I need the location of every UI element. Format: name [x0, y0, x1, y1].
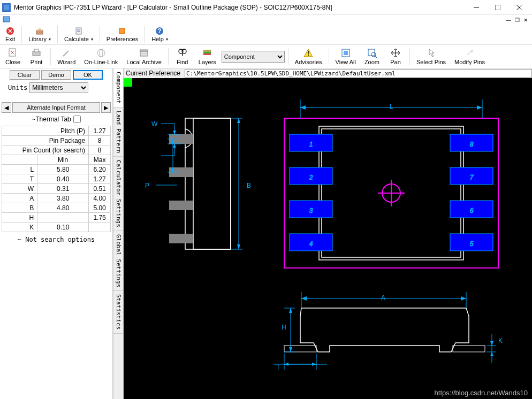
- tab-global-settings[interactable]: Global Settings: [113, 231, 123, 291]
- svg-rect-6: [3, 17, 10, 22]
- pitch-value[interactable]: 1.27: [89, 126, 111, 136]
- pan-icon: [390, 48, 401, 58]
- alt-prev-button[interactable]: ◀: [2, 102, 11, 113]
- current-preference-label: Current Preference: [124, 70, 183, 77]
- table-row: Pitch (P)1.27: [2, 126, 111, 136]
- viewall-button[interactable]: View All: [332, 47, 359, 66]
- mdi-close-icon[interactable]: ✕: [522, 17, 529, 23]
- layers-icon: [202, 48, 212, 58]
- svg-text:1: 1: [309, 141, 313, 148]
- tab-statistics[interactable]: Statistics: [113, 291, 123, 333]
- pinpkg-value[interactable]: 8: [89, 136, 111, 145]
- wizard-button[interactable]: Wizard: [54, 47, 79, 66]
- library-menu[interactable]: Library: [25, 26, 54, 43]
- tab-component[interactable]: Component: [113, 68, 123, 108]
- svg-text:K: K: [498, 337, 503, 344]
- B-min[interactable]: 4.80: [37, 203, 89, 213]
- exit-menu[interactable]: Exit: [2, 26, 18, 43]
- book-icon[interactable]: [2, 16, 11, 24]
- table-row: B4.805.00: [2, 203, 111, 213]
- modifypins-button[interactable]: Modify Pins: [451, 47, 488, 66]
- calculate-icon: [74, 27, 83, 35]
- component-select[interactable]: Component: [222, 51, 285, 63]
- zoom-button[interactable]: Zoom: [361, 47, 383, 66]
- L-min[interactable]: 5.80: [37, 165, 89, 174]
- L-max[interactable]: 6.20: [89, 165, 111, 174]
- svg-rect-3: [495, 5, 500, 10]
- close-button[interactable]: [508, 0, 530, 15]
- drawing-canvas[interactable]: W P B: [124, 78, 532, 399]
- mdi-restore-icon[interactable]: ❐: [514, 17, 520, 23]
- wizard-icon: [61, 48, 72, 58]
- W-max[interactable]: 0.51: [89, 184, 111, 194]
- demo-button[interactable]: Demo: [41, 70, 71, 80]
- archive-icon: [139, 48, 149, 58]
- print-icon: [31, 48, 42, 58]
- B-max[interactable]: 5.00: [89, 203, 111, 213]
- window-title: Mentor Graphics IPC-7351 LP Wizard - [LP…: [14, 4, 466, 11]
- ok-button[interactable]: OK: [73, 70, 103, 80]
- find-button[interactable]: Find: [172, 47, 193, 66]
- svg-rect-17: [34, 49, 39, 52]
- table-row: T0.401.27: [2, 174, 111, 184]
- svg-rect-9: [76, 28, 81, 34]
- svg-text:L: L: [390, 103, 393, 110]
- tab-calculator-settings[interactable]: Calculator Settings: [113, 157, 123, 231]
- calculate-menu[interactable]: Calculate: [61, 26, 96, 43]
- svg-point-18: [68, 49, 70, 51]
- preferences-menu[interactable]: Preferences: [103, 26, 141, 43]
- units-select[interactable]: Millimeters: [29, 82, 88, 93]
- help-menu[interactable]: ? Help: [148, 26, 171, 43]
- tab-land-pattern[interactable]: Land Pattern: [113, 108, 123, 157]
- H-min[interactable]: [37, 213, 89, 222]
- K-min[interactable]: 0.10: [37, 222, 89, 232]
- T-max[interactable]: 1.27: [89, 174, 111, 184]
- T-min[interactable]: 0.40: [37, 174, 89, 184]
- not-search-note: ~ Not search options: [2, 234, 111, 243]
- W-min[interactable]: 0.31: [37, 184, 89, 194]
- local-archive-button[interactable]: Local Archive: [123, 47, 164, 66]
- clear-button[interactable]: Clear: [10, 70, 40, 80]
- minimize-button[interactable]: [466, 0, 487, 15]
- K-max[interactable]: [89, 222, 111, 232]
- close-doc-icon: [7, 48, 18, 58]
- svg-text:8: 8: [470, 141, 474, 148]
- svg-point-33: [371, 52, 376, 57]
- max-header: Max: [89, 155, 111, 165]
- selectpins-button[interactable]: Select Pins: [413, 47, 449, 66]
- table-row: L5.806.20: [2, 165, 111, 174]
- alt-format-button[interactable]: Alternate Input Format: [12, 102, 100, 113]
- table-row: Pin Package8: [2, 136, 111, 145]
- maximize-button[interactable]: [487, 0, 508, 15]
- min-header: Min: [37, 155, 89, 165]
- A-max[interactable]: 4.00: [89, 194, 111, 203]
- preference-path-input[interactable]: [185, 69, 532, 78]
- exit-icon: [6, 27, 14, 35]
- svg-rect-67: [284, 346, 316, 352]
- svg-point-24: [182, 49, 186, 53]
- A-min[interactable]: 3.80: [37, 194, 89, 203]
- pincount-value[interactable]: 8: [89, 145, 111, 155]
- advisories-button[interactable]: ! Advisories: [292, 47, 325, 66]
- online-link-button[interactable]: On-Line-Link: [81, 47, 121, 66]
- alt-next-button[interactable]: ▶: [101, 102, 111, 113]
- layers-button[interactable]: Layers: [195, 47, 219, 66]
- close-doc-button[interactable]: Close: [2, 47, 24, 66]
- parameter-table: Pitch (P)1.27 Pin Package8 Pin Count (fo…: [2, 126, 111, 232]
- print-button[interactable]: Print: [26, 47, 47, 66]
- table-row: H1.75: [2, 213, 111, 222]
- thermal-tab-checkbox[interactable]: [73, 116, 81, 123]
- mdi-minimize-icon[interactable]: —: [505, 17, 512, 23]
- svg-text:4: 4: [309, 240, 313, 248]
- svg-rect-39: [169, 201, 193, 210]
- pincount-label: Pin Count (for search): [2, 145, 89, 155]
- watermark: https://blog.csdn.net/Wands10: [435, 389, 528, 397]
- pan-button[interactable]: Pan: [385, 47, 406, 66]
- zoom-icon: [367, 48, 377, 58]
- onlinelink-icon: [96, 48, 107, 58]
- preferences-icon: [118, 27, 126, 35]
- H-max[interactable]: 1.75: [89, 213, 111, 222]
- svg-text:W: W: [151, 120, 158, 128]
- table-row: K0.10: [2, 222, 111, 232]
- help-icon: ?: [155, 27, 164, 35]
